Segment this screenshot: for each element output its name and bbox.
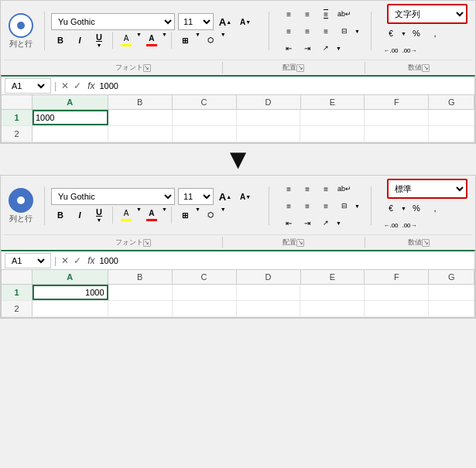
bottom-font-section-expand[interactable]: ↘ — [143, 239, 151, 247]
align-middle-button[interactable]: ≡ — [299, 6, 316, 22]
bottom-cell-a1[interactable]: 1000 — [33, 285, 108, 300]
top-col-c-header[interactable]: C — [173, 95, 237, 109]
top-cell-e2[interactable] — [300, 126, 365, 142]
bottom-cancel-icon[interactable]: ✕ — [60, 254, 70, 268]
font-section-expand[interactable]: ↘ — [143, 64, 151, 72]
bottom-cell-d1[interactable] — [237, 285, 301, 300]
top-cell-g2[interactable] — [429, 126, 474, 142]
bottom-align-top-button[interactable]: ≡ — [280, 181, 297, 196]
font-grow-button[interactable]: A▲ — [217, 14, 234, 29]
bottom-font-name-select[interactable]: Yu Gothic — [51, 188, 175, 205]
top-cell-ref-select[interactable]: A1 — [9, 80, 47, 91]
bottom-col-f-header[interactable]: F — [365, 270, 429, 284]
top-col-a-header[interactable]: A — [33, 95, 108, 109]
top-formula-input[interactable] — [99, 81, 471, 91]
bottom-formula-input[interactable] — [99, 256, 471, 265]
indent-decrease-button[interactable]: ⇤ — [280, 40, 297, 56]
font-color-button[interactable]: A — [142, 32, 161, 49]
bottom-italic-button[interactable]: I — [70, 207, 89, 224]
bold-button[interactable]: B — [51, 32, 70, 49]
bottom-cell-d2[interactable] — [237, 301, 301, 316]
bottom-align-section-expand[interactable]: ↘ — [296, 239, 304, 247]
row-col-button[interactable]: 列と行 — [4, 11, 38, 51]
wrap-text-button[interactable]: ab↵ — [336, 6, 353, 22]
bottom-cell-e2[interactable] — [300, 301, 365, 316]
bottom-percent-button[interactable]: % — [408, 200, 425, 216]
bottom-cell-f1[interactable] — [365, 285, 429, 300]
top-cell-a2[interactable] — [33, 126, 108, 142]
top-col-e-header[interactable]: E — [301, 95, 365, 109]
bottom-cell-c2[interactable] — [173, 301, 237, 316]
top-col-d-header[interactable]: D — [237, 95, 301, 109]
bottom-row-2-header[interactable]: 2 — [2, 301, 33, 316]
bottom-cell-ref-select[interactable]: A1 — [9, 255, 47, 266]
bottom-align-right-button[interactable]: ≡ — [317, 198, 334, 214]
bottom-comma-button[interactable]: , — [426, 200, 443, 216]
comma-button[interactable]: , — [426, 26, 443, 41]
bottom-number-format-select[interactable]: 標準 — [389, 180, 466, 197]
highlight-color-button[interactable]: A — [117, 32, 135, 49]
bottom-cell-g1[interactable] — [429, 285, 474, 300]
align-top-button[interactable]: ≡ — [280, 6, 297, 22]
top-cell-f1[interactable] — [365, 110, 429, 125]
bottom-align-left-button[interactable]: ≡ — [280, 198, 297, 214]
bottom-currency-button[interactable]: € — [382, 200, 399, 216]
top-confirm-icon[interactable]: ✓ — [72, 79, 83, 93]
borders-button[interactable]: ⊞ — [176, 32, 194, 49]
top-cell-d2[interactable] — [237, 126, 301, 142]
bottom-font-color-button[interactable]: A — [142, 207, 161, 224]
bottom-cell-e1[interactable] — [300, 285, 365, 300]
align-section-expand[interactable]: ↘ — [296, 64, 304, 72]
bottom-col-a-header[interactable]: A — [33, 270, 108, 284]
bottom-wrap-text-button[interactable]: ab↵ — [336, 181, 353, 196]
percent-button[interactable]: % — [408, 26, 425, 41]
bottom-col-c-header[interactable]: C — [173, 270, 237, 284]
top-col-f-header[interactable]: F — [365, 95, 429, 109]
top-cell-g1[interactable] — [429, 110, 474, 125]
bottom-cell-a2[interactable] — [33, 301, 108, 316]
merge-button[interactable]: ⬡ — [201, 32, 220, 49]
top-cell-e1[interactable] — [300, 110, 365, 125]
align-bottom-button[interactable]: ≡ — [317, 6, 334, 22]
bottom-col-e-header[interactable]: E — [301, 270, 365, 284]
number-section-expand[interactable]: ↘ — [422, 64, 430, 72]
top-cell-c1[interactable] — [173, 110, 237, 125]
currency-button[interactable]: € — [382, 26, 399, 41]
bottom-borders-button[interactable]: ⊞ — [176, 207, 194, 224]
top-cell-d1[interactable] — [237, 110, 301, 125]
bottom-row-1-header[interactable]: 1 — [2, 285, 33, 300]
bottom-font-grow-button[interactable]: A▲ — [217, 189, 234, 204]
bottom-align-center-button[interactable]: ≡ — [299, 198, 316, 214]
orientation-button[interactable]: ↗ — [317, 40, 334, 56]
align-left-button[interactable]: ≡ — [280, 23, 297, 39]
bottom-decimal-increase-button[interactable]: ←.00 — [382, 217, 399, 233]
bottom-confirm-icon[interactable]: ✓ — [72, 254, 83, 268]
indent-increase-button[interactable]: ⇥ — [299, 40, 316, 56]
top-cell-c2[interactable] — [173, 126, 237, 142]
bottom-cell-f2[interactable] — [365, 301, 429, 316]
top-col-b-header[interactable]: B — [108, 95, 173, 109]
bottom-decimal-decrease-button[interactable]: .00→ — [401, 217, 418, 233]
bottom-merge-cells-button[interactable]: ⊟ — [336, 198, 353, 214]
bottom-cell-b1[interactable] — [108, 285, 173, 300]
bottom-font-shrink-button[interactable]: A▼ — [237, 189, 254, 204]
bottom-font-size-select[interactable]: 11 — [178, 188, 214, 205]
top-cell-a1[interactable]: 1000 — [33, 110, 108, 125]
align-right-button[interactable]: ≡ — [317, 23, 334, 39]
bottom-cell-c1[interactable] — [173, 285, 237, 300]
font-size-select[interactable]: 11 — [178, 13, 214, 30]
bottom-indent-increase-button[interactable]: ⇥ — [299, 215, 316, 231]
bottom-indent-decrease-button[interactable]: ⇤ — [280, 215, 297, 231]
bottom-col-g-header[interactable]: G — [429, 270, 474, 284]
bottom-align-bottom-button[interactable]: ≡ — [317, 181, 334, 196]
font-name-select[interactable]: Yu Gothic — [51, 13, 175, 30]
bottom-cell-g2[interactable] — [429, 301, 474, 316]
bottom-highlight-color-button[interactable]: A — [117, 207, 135, 224]
top-row-2-header[interactable]: 2 — [2, 126, 33, 142]
top-cancel-icon[interactable]: ✕ — [60, 79, 70, 93]
font-shrink-button[interactable]: A▼ — [237, 14, 254, 29]
bottom-underline-button[interactable]: U ▼ — [90, 207, 108, 224]
bottom-merge-button[interactable]: ⬡ — [201, 207, 220, 224]
underline-button[interactable]: U ▼ — [90, 32, 108, 49]
bottom-bold-button[interactable]: B — [51, 207, 70, 224]
